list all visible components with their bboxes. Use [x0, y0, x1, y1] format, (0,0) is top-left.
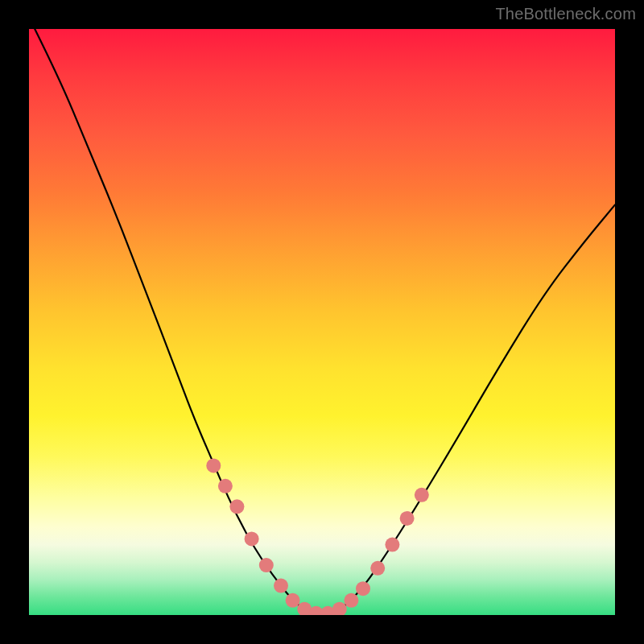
highlight-point — [370, 561, 385, 576]
highlight-point — [274, 579, 288, 593]
highlight-point — [385, 538, 399, 552]
highlight-point — [286, 593, 300, 608]
highlight-point — [259, 558, 274, 572]
chart-frame: TheBottleneck.com — [0, 0, 644, 644]
plot-area — [29, 29, 615, 615]
highlight-point — [332, 602, 347, 615]
chart-svg — [29, 29, 615, 615]
bottleneck-curve — [29, 29, 615, 613]
highlight-point — [206, 458, 221, 473]
highlight-point — [415, 488, 429, 502]
highlight-point — [400, 511, 415, 526]
highlight-point — [344, 593, 358, 608]
highlight-point — [356, 581, 370, 596]
highlight-points — [206, 458, 429, 615]
highlight-point — [229, 499, 244, 514]
highlight-point — [218, 479, 233, 493]
highlight-point — [245, 531, 259, 546]
watermark-text: TheBottleneck.com — [495, 5, 636, 23]
